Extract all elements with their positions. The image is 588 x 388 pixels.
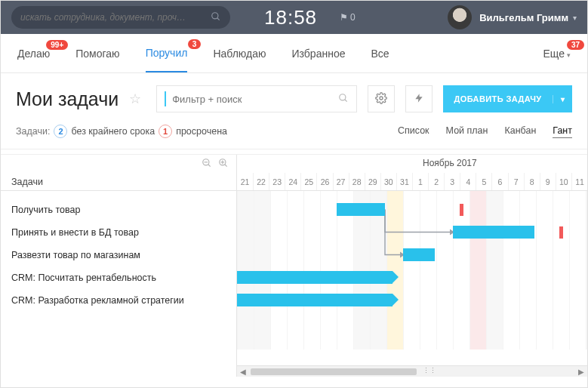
search-icon — [211, 11, 221, 24]
task-row[interactable]: Принять и внести в БД товар — [1, 221, 236, 244]
tab-4[interactable]: Избранное — [292, 35, 346, 72]
add-task-dropdown-icon[interactable]: ▾ — [553, 95, 572, 103]
tasks-column-header: Задачи — [1, 173, 236, 191]
user-menu-caret-icon[interactable]: ▾ — [573, 14, 577, 22]
deadline-marker — [559, 226, 563, 239]
overdue-label: просрочена — [176, 126, 227, 137]
filter-indicator — [165, 91, 166, 106]
gantt-row — [237, 221, 587, 244]
day-header-cell: 6 — [491, 173, 507, 190]
notifications-flag[interactable]: ⚑ 0 — [340, 12, 356, 23]
day-header-cell: 9 — [540, 173, 556, 190]
gantt-bar[interactable] — [237, 294, 393, 306]
settings-button[interactable] — [368, 85, 395, 112]
day-header-cell: 27 — [333, 173, 349, 190]
gantt-row — [237, 244, 587, 266]
scroll-grip-icon[interactable]: ⋮⋮ — [423, 367, 433, 374]
clock: 18:58 — [264, 6, 317, 29]
tab-label: Поручил — [146, 47, 188, 59]
global-search-input[interactable] — [20, 12, 211, 23]
gantt-row — [237, 289, 587, 312]
day-header-cell: 11 — [571, 173, 587, 190]
gantt-bar[interactable] — [453, 226, 534, 239]
tab-more[interactable]: Еще▾ 37 — [543, 35, 571, 72]
favorite-star-icon[interactable]: ☆ — [129, 91, 141, 107]
day-header-cell: 10 — [556, 173, 571, 190]
gantt-bar[interactable] — [337, 203, 385, 216]
view-мой план[interactable]: Мой план — [446, 125, 488, 138]
tab-5[interactable]: Все — [371, 35, 389, 72]
gantt-row — [237, 199, 587, 221]
svg-point-0 — [212, 12, 218, 18]
username[interactable]: Вильгельм Гримм — [479, 12, 568, 23]
view-гант[interactable]: Гант — [553, 125, 572, 138]
tab-label: Помогаю — [75, 48, 119, 60]
day-header-cell: 1 — [412, 173, 428, 190]
tab-label: Делаю — [17, 48, 50, 60]
day-header-cell: 5 — [476, 173, 491, 190]
svg-line-3 — [345, 99, 347, 101]
view-канбан[interactable]: Канбан — [504, 125, 536, 138]
day-header-cell: 24 — [285, 173, 300, 190]
tab-label: Избранное — [292, 48, 346, 60]
scroll-left-icon[interactable]: ◀ — [237, 368, 249, 376]
horizontal-scrollbar[interactable]: ◀ ⋮⋮ ▶ — [237, 365, 587, 377]
day-header-cell: 28 — [349, 173, 365, 190]
day-header-cell: 2 — [428, 173, 444, 190]
task-row[interactable]: Получить товар — [1, 199, 236, 221]
day-header-cell: 29 — [365, 173, 380, 190]
scroll-thumb[interactable] — [251, 368, 417, 375]
scroll-right-icon[interactable]: ▶ — [575, 368, 587, 376]
flag-count: 0 — [350, 12, 356, 23]
tab-2[interactable]: Поручил3 — [146, 35, 188, 72]
svg-line-1 — [217, 17, 220, 20]
tab-3[interactable]: Наблюдаю — [213, 35, 266, 72]
zoom-in-icon[interactable] — [218, 158, 229, 171]
filter-search[interactable] — [156, 85, 357, 112]
svg-point-4 — [380, 97, 383, 100]
tasks-summary-label: Задачи: — [16, 126, 50, 137]
deadline-marker — [460, 204, 463, 216]
day-header-cell: 23 — [269, 173, 285, 190]
search-icon[interactable] — [338, 93, 349, 106]
zoom-out-icon[interactable] — [202, 158, 212, 171]
task-row[interactable]: Развезти товар по магазинам — [1, 244, 236, 266]
filter-search-input[interactable] — [172, 94, 338, 105]
day-header-cell: 25 — [300, 173, 316, 190]
tab-badge: 3 — [188, 39, 202, 49]
day-header-cell: 21 — [237, 173, 253, 190]
tab-more-label: Еще — [543, 48, 565, 60]
tab-label: Все — [371, 48, 389, 60]
svg-line-7 — [208, 164, 211, 166]
gantt-bar[interactable] — [237, 271, 393, 284]
day-header-cell: 22 — [253, 173, 269, 190]
task-row[interactable]: CRM: Посчитать рентабельность — [1, 266, 236, 289]
gear-icon — [375, 92, 387, 106]
automation-button[interactable] — [405, 85, 433, 112]
day-header-cell: 4 — [460, 173, 476, 190]
task-row[interactable]: CRM: Разработка рекламной стратегии — [1, 289, 236, 312]
month-label: Ноябрь 2017 — [423, 158, 477, 168]
tab-more-badge: 37 — [567, 40, 584, 50]
tab-1[interactable]: Помогаю — [75, 35, 119, 72]
chevron-down-icon: ▾ — [567, 51, 571, 59]
day-header-cell: 30 — [380, 173, 396, 190]
gantt-bar[interactable] — [403, 248, 435, 261]
view-список[interactable]: Список — [398, 125, 429, 138]
no-deadline-label: без крайнего срока — [71, 126, 155, 137]
add-task-label: ДОБАВИТЬ ЗАДАЧУ — [443, 94, 552, 103]
day-header-cell: 31 — [396, 173, 412, 190]
day-header-cell: 3 — [444, 173, 460, 190]
svg-line-11 — [225, 164, 227, 166]
gantt-row — [237, 266, 587, 289]
tab-0[interactable]: Делаю99+ — [17, 35, 50, 72]
global-search[interactable] — [11, 6, 230, 29]
flag-icon: ⚑ — [340, 12, 348, 23]
add-task-button[interactable]: ДОБАВИТЬ ЗАДАЧУ ▾ — [443, 85, 572, 112]
day-header-cell: 8 — [524, 173, 540, 190]
no-deadline-count[interactable]: 2 — [54, 125, 67, 138]
avatar[interactable] — [448, 5, 472, 29]
tab-label: Наблюдаю — [213, 48, 266, 60]
svg-point-2 — [340, 94, 346, 100]
overdue-count[interactable]: 1 — [159, 125, 172, 138]
